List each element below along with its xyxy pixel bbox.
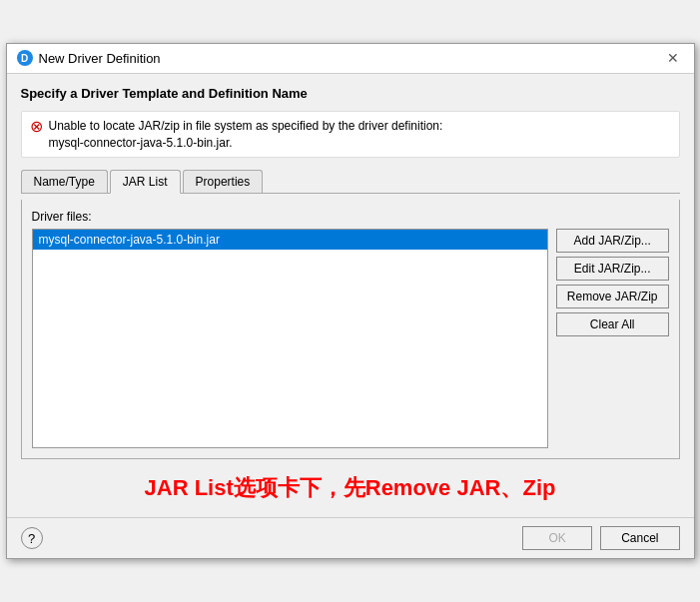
error-line1: Unable to locate JAR/zip in file system … <box>49 119 443 133</box>
tabs-row: Name/Type JAR List Properties <box>21 170 680 194</box>
driver-files-label: Driver files: <box>32 210 669 224</box>
ok-button[interactable]: OK <box>522 526 592 550</box>
dialog-title: New Driver Definition <box>39 51 161 66</box>
error-line2: mysql-connector-java-5.1.0-bin.jar. <box>49 136 233 150</box>
footer-buttons: OK Cancel <box>522 526 679 550</box>
files-and-buttons: mysql-connector-java-5.1.0-bin.jar Add J… <box>32 229 669 448</box>
file-list[interactable]: mysql-connector-java-5.1.0-bin.jar <box>32 229 548 448</box>
tab-name-type[interactable]: Name/Type <box>21 170 108 193</box>
error-banner: ⊗ Unable to locate JAR/zip in file syste… <box>21 111 680 159</box>
remove-jar-button[interactable]: Remove JAR/Zip <box>556 285 669 308</box>
dialog-footer: ? OK Cancel <box>7 517 694 558</box>
annotation-text: JAR List选项卡下，先Remove JAR、Zip <box>21 465 680 507</box>
dialog-window: D New Driver Definition ✕ Specify a Driv… <box>6 43 695 560</box>
close-button[interactable]: ✕ <box>662 48 684 68</box>
tab-properties[interactable]: Properties <box>183 170 264 193</box>
title-bar-left: D New Driver Definition <box>17 50 161 66</box>
add-jar-button[interactable]: Add JAR/Zip... <box>556 229 669 253</box>
tab-jar-list[interactable]: JAR List <box>110 170 181 194</box>
file-list-item[interactable]: mysql-connector-java-5.1.0-bin.jar <box>33 230 547 250</box>
dialog-icon-label: D <box>21 53 28 64</box>
help-button[interactable]: ? <box>21 527 43 549</box>
tab-content: Driver files: mysql-connector-java-5.1.0… <box>21 200 680 459</box>
cancel-button[interactable]: Cancel <box>600 526 679 550</box>
error-icon: ⊗ <box>30 119 43 135</box>
error-text: Unable to locate JAR/zip in file system … <box>49 118 443 152</box>
edit-jar-button[interactable]: Edit JAR/Zip... <box>556 257 669 281</box>
dialog-body: Specify a Driver Template and Definition… <box>7 74 694 518</box>
section-title: Specify a Driver Template and Definition… <box>21 86 680 101</box>
title-bar: D New Driver Definition ✕ <box>7 44 694 74</box>
dialog-icon: D <box>17 50 33 66</box>
clear-all-button[interactable]: Clear All <box>556 312 669 336</box>
jar-buttons: Add JAR/Zip... Edit JAR/Zip... Remove JA… <box>556 229 669 336</box>
